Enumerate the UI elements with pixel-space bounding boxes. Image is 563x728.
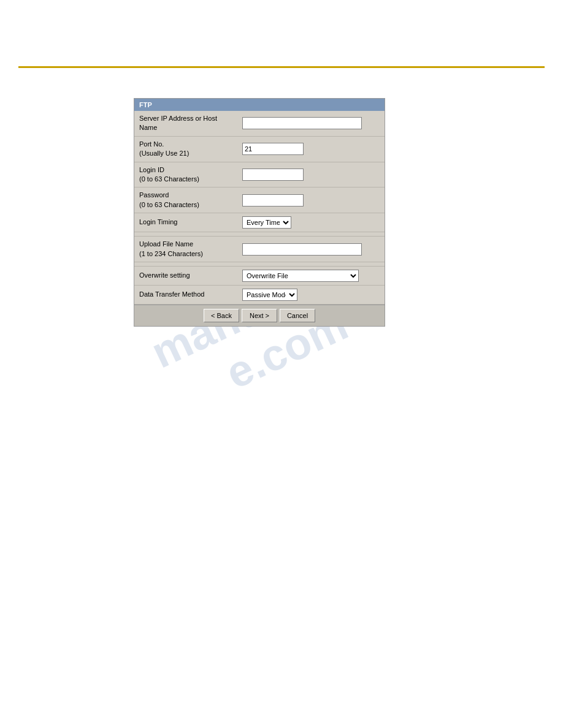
password-label: Password (0 to 63 Characters) xyxy=(134,188,239,213)
spacer-row-2 xyxy=(134,262,385,266)
back-button[interactable]: < Back xyxy=(204,309,239,322)
server-row: Server IP Address or Host Name xyxy=(134,111,385,136)
port-input-cell xyxy=(239,136,385,162)
ftp-dialog: FTP Server IP Address or Host Name Port … xyxy=(134,98,385,327)
top-rule xyxy=(18,66,545,68)
data-transfer-label: Data Transfer Method xyxy=(134,285,239,304)
overwrite-label: Overwrite setting xyxy=(134,266,239,285)
login-timing-input-cell: Every Time Once xyxy=(239,213,385,232)
upload-file-label: Upload File Name (1 to 234 Characters) xyxy=(134,237,239,262)
overwrite-row: Overwrite setting Overwrite File Add Fil… xyxy=(134,266,385,285)
login-id-input-cell xyxy=(239,162,385,188)
server-input[interactable] xyxy=(242,117,362,129)
port-row: Port No. (Usually Use 21) xyxy=(134,136,385,162)
server-label: Server IP Address or Host Name xyxy=(134,111,239,136)
password-input[interactable] xyxy=(242,194,304,207)
upload-file-input[interactable] xyxy=(242,243,362,256)
overwrite-select[interactable]: Overwrite File Add File Do Not Overwrite xyxy=(242,270,359,282)
data-transfer-input-cell: Passive Mode Active Mode xyxy=(239,285,385,304)
upload-file-input-cell xyxy=(239,237,385,262)
next-button[interactable]: Next > xyxy=(242,309,277,322)
server-input-cell xyxy=(239,111,385,136)
upload-file-row: Upload File Name (1 to 234 Characters) xyxy=(134,237,385,262)
data-transfer-row: Data Transfer Method Passive Mode Active… xyxy=(134,285,385,304)
login-timing-row: Login Timing Every Time Once xyxy=(134,213,385,232)
login-id-row: Login ID (0 to 63 Characters) xyxy=(134,162,385,188)
login-id-label: Login ID (0 to 63 Characters) xyxy=(134,162,239,188)
port-input[interactable] xyxy=(242,143,304,155)
password-input-cell xyxy=(239,188,385,213)
form-table: Server IP Address or Host Name Port No. … xyxy=(134,111,385,305)
overwrite-input-cell: Overwrite File Add File Do Not Overwrite xyxy=(239,266,385,285)
cancel-button[interactable]: Cancel xyxy=(280,309,315,322)
port-label: Port No. (Usually Use 21) xyxy=(134,136,239,162)
dialog-title: FTP xyxy=(134,99,385,111)
password-row: Password (0 to 63 Characters) xyxy=(134,188,385,213)
spacer-row xyxy=(134,232,385,237)
login-timing-label: Login Timing xyxy=(134,213,239,232)
button-bar: < Back Next > Cancel xyxy=(134,305,385,326)
login-id-input[interactable] xyxy=(242,169,304,181)
data-transfer-select[interactable]: Passive Mode Active Mode xyxy=(242,289,297,301)
login-timing-select[interactable]: Every Time Once xyxy=(242,216,291,229)
